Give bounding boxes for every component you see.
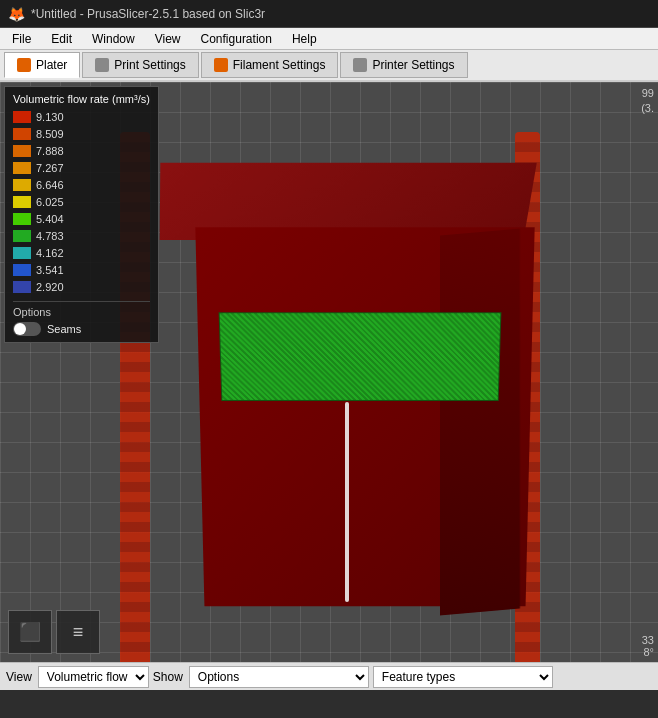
model-3d: [120, 132, 540, 652]
app-icon: 🦊: [8, 6, 25, 22]
perspective-view-button[interactable]: ⬛: [8, 610, 52, 654]
legend-color-swatch: [13, 247, 31, 259]
tab-print-settings[interactable]: Print Settings: [82, 52, 198, 78]
layers-icon: ≡: [73, 622, 84, 643]
coord-x: 99 (3.: [641, 86, 654, 117]
plater-icon: [17, 58, 31, 72]
layer-view-button[interactable]: ≡: [56, 610, 100, 654]
bottom-coords: 33 8°: [642, 634, 654, 658]
legend-value-label: 7.267: [36, 162, 64, 174]
seams-toggle[interactable]: [13, 322, 41, 336]
legend-color-swatch: [13, 230, 31, 242]
options-label: Options: [13, 306, 150, 318]
legend-color-swatch: [13, 264, 31, 276]
legend-rows: 9.1308.5097.8887.2676.6466.0255.4044.783…: [13, 109, 150, 295]
title-bar: 🦊 *Untitled - PrusaSlicer-2.5.1 based on…: [0, 0, 658, 28]
green-infill: [219, 312, 502, 401]
legend-row: 6.646: [13, 177, 150, 193]
toggle-knob: [14, 323, 26, 335]
coord-bottom: 33 8°: [642, 634, 654, 658]
view-label: View: [6, 670, 34, 684]
legend-value-label: 4.162: [36, 247, 64, 259]
legend-value-label: 3.541: [36, 264, 64, 276]
box-right-face: [440, 229, 520, 616]
legend-row: 9.130: [13, 109, 150, 125]
menu-window[interactable]: Window: [84, 30, 143, 48]
menu-help[interactable]: Help: [284, 30, 325, 48]
legend-row: 7.267: [13, 160, 150, 176]
coords-top-right: 99 (3.: [641, 86, 654, 117]
legend-color-swatch: [13, 179, 31, 191]
legend-color-swatch: [13, 128, 31, 140]
legend-value-label: 6.646: [36, 179, 64, 191]
legend-value-label: 6.025: [36, 196, 64, 208]
tab-plater[interactable]: Plater: [4, 52, 80, 78]
tab-printer-settings[interactable]: Printer Settings: [340, 52, 467, 78]
legend-row: 5.404: [13, 211, 150, 227]
tab-filament-settings[interactable]: Filament Settings: [201, 52, 339, 78]
view-select[interactable]: Volumetric flow Speed Tool Color Print: [38, 666, 149, 688]
legend-row: 6.025: [13, 194, 150, 210]
feature-types-select[interactable]: Feature types All None: [373, 666, 553, 688]
legend-value-label: 7.888: [36, 145, 64, 157]
legend-value-label: 5.404: [36, 213, 64, 225]
legend-color-swatch: [13, 196, 31, 208]
legend-color-swatch: [13, 111, 31, 123]
legend-panel: Volumetric flow rate (mm³/s) 9.1308.5097…: [4, 86, 159, 343]
menu-edit[interactable]: Edit: [43, 30, 80, 48]
legend-value-label: 2.920: [36, 281, 64, 293]
legend-color-swatch: [13, 281, 31, 293]
menu-configuration[interactable]: Configuration: [193, 30, 280, 48]
filament-settings-icon: [214, 58, 228, 72]
legend-row: 8.509: [13, 126, 150, 142]
legend-color-swatch: [13, 162, 31, 174]
menu-file[interactable]: File: [4, 30, 39, 48]
seam-line: [345, 402, 349, 602]
menu-view[interactable]: View: [147, 30, 189, 48]
legend-value-label: 9.130: [36, 111, 64, 123]
legend-value-label: 8.509: [36, 128, 64, 140]
legend-title: Volumetric flow rate (mm³/s): [13, 93, 150, 105]
cube-icon: ⬛: [19, 621, 41, 643]
window-title: *Untitled - PrusaSlicer-2.5.1 based on S…: [31, 7, 265, 21]
options-section: Options Seams: [13, 301, 150, 336]
show-label: Show: [153, 670, 185, 684]
main-area: 99 (3. Volumetric flow rate (mm³/s) 9.13…: [0, 82, 658, 690]
legend-row: 4.162: [13, 245, 150, 261]
legend-row: 7.888: [13, 143, 150, 159]
legend-value-label: 4.783: [36, 230, 64, 242]
seams-label: Seams: [47, 323, 81, 335]
print-settings-icon: [95, 58, 109, 72]
legend-row: 2.920: [13, 279, 150, 295]
legend-row: 4.783: [13, 228, 150, 244]
legend-color-swatch: [13, 213, 31, 225]
legend-color-swatch: [13, 145, 31, 157]
legend-row: 3.541: [13, 262, 150, 278]
printer-settings-icon: [353, 58, 367, 72]
viewport[interactable]: 99 (3. Volumetric flow rate (mm³/s) 9.13…: [0, 82, 658, 690]
view-buttons: ⬛ ≡: [8, 610, 100, 654]
bottom-bar: View Volumetric flow Speed Tool Color Pr…: [0, 662, 658, 690]
show-select[interactable]: Options All None: [189, 666, 369, 688]
menu-bar: File Edit Window View Configuration Help: [0, 28, 658, 50]
toolbar: Plater Print Settings Filament Settings …: [0, 50, 658, 82]
seams-row: Seams: [13, 322, 150, 336]
